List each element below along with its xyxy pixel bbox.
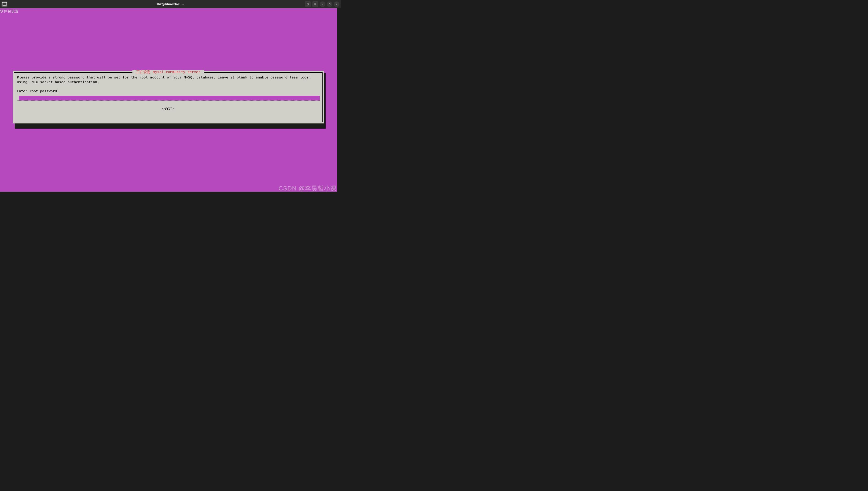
title-bracket-right: ├ <box>202 70 204 74</box>
minimize-button[interactable] <box>320 1 326 7</box>
title-bracket-left: ┤ <box>133 70 134 74</box>
input-underline <box>17 100 320 101</box>
close-button[interactable] <box>334 1 339 7</box>
titlebar-right <box>305 1 339 7</box>
titlebar-left <box>1 1 7 7</box>
password-input-wrap <box>17 96 320 101</box>
window-titlebar: lhz@lihaozhe: ~ <box>0 0 341 8</box>
svg-point-1 <box>307 3 309 5</box>
dialog-content: ┤ 正在设定 mysql-community-server ├ Please p… <box>14 73 322 122</box>
menu-button[interactable] <box>312 1 318 7</box>
terminal-area: 软件包设置 ┤ 正在设定 mysql-community-server ├ Pl… <box>0 8 341 193</box>
root-password-input[interactable] <box>19 96 320 100</box>
dialog-description: Please provide a strong password that wi… <box>17 75 320 84</box>
password-prompt: Enter root password: <box>17 89 320 93</box>
maximize-button[interactable] <box>327 1 332 7</box>
package-config-label: 软件包设置 <box>0 9 19 13</box>
svg-rect-7 <box>329 3 330 5</box>
terminal-new-tab-icon[interactable] <box>1 1 7 7</box>
dialog-title-wrap: ┤ 正在设定 mysql-community-server ├ <box>132 70 204 74</box>
svg-line-2 <box>308 4 309 5</box>
watermark: CSDN @李昊哲小课 <box>279 184 337 193</box>
dialog-title: 正在设定 mysql-community-server <box>135 70 202 74</box>
search-button[interactable] <box>305 1 311 7</box>
mysql-config-dialog: ┤ 正在设定 mysql-community-server ├ Please p… <box>13 71 324 123</box>
dialog-border: ┤ 正在设定 mysql-community-server ├ Please p… <box>14 73 322 122</box>
window-title: lhz@lihaozhe: ~ <box>157 2 184 6</box>
confirm-button[interactable]: <确定> <box>17 106 320 111</box>
